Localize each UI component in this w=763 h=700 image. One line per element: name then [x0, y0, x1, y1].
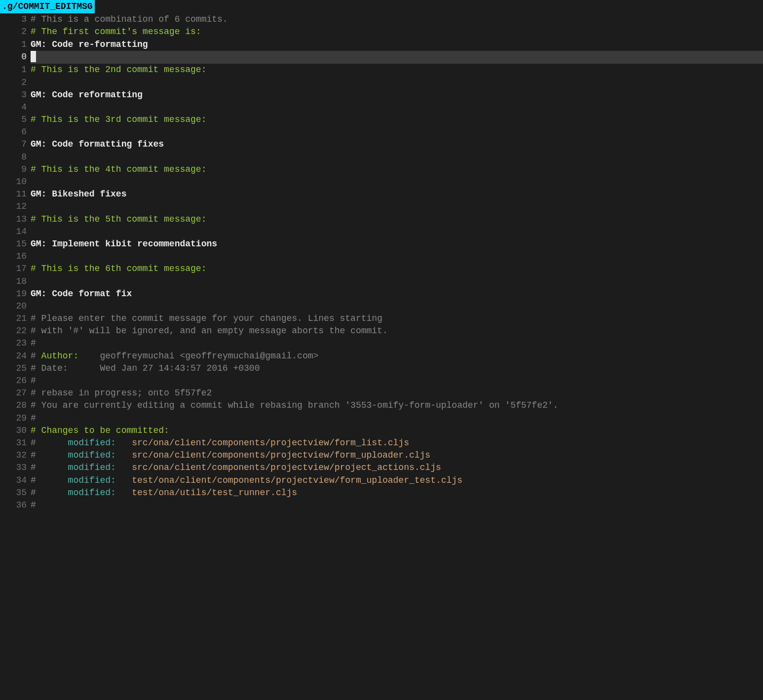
editor-line[interactable]: 20	[0, 300, 763, 312]
editor-line[interactable]: 7GM: Code formatting fixes	[0, 138, 763, 151]
editor-line[interactable]: 32# modified: src/ona/client/components/…	[0, 449, 763, 462]
line-content: # This is the 3rd commit message:	[31, 114, 763, 126]
editor-line[interactable]: 6	[0, 126, 763, 138]
line-number: 16	[0, 250, 31, 263]
line-number: 30	[0, 425, 31, 437]
line-content: # modified: src/ona/client/components/pr…	[31, 449, 763, 462]
editor-area[interactable]: 3# This is a combination of 6 commits.2#…	[0, 13, 763, 511]
line-number: 14	[0, 226, 31, 238]
line-content	[31, 151, 763, 163]
line-number: 0	[0, 51, 31, 64]
line-content	[31, 200, 763, 213]
editor-line[interactable]: 26#	[0, 375, 763, 387]
line-content: # Please enter the commit message for yo…	[31, 312, 763, 325]
editor-line[interactable]: 8	[0, 151, 763, 163]
editor-line[interactable]: 2	[0, 77, 763, 89]
editor-line[interactable]: 10	[0, 176, 763, 188]
editor-line[interactable]: 25# Date: Wed Jan 27 14:43:57 2016 +0300	[0, 362, 763, 375]
editor-line[interactable]: 34# modified: test/ona/client/components…	[0, 474, 763, 487]
line-number: 25	[0, 362, 31, 375]
line-number: 4	[0, 101, 31, 114]
line-content: # This is a combination of 6 commits.	[31, 13, 763, 26]
line-content: #	[31, 499, 763, 511]
line-number: 34	[0, 474, 31, 487]
editor-line[interactable]: 33# modified: src/ona/client/components/…	[0, 462, 763, 474]
editor-line[interactable]: 36#	[0, 499, 763, 511]
editor-line[interactable]: 16	[0, 250, 763, 263]
line-number: 15	[0, 238, 31, 250]
line-number: 6	[0, 126, 31, 138]
editor-line[interactable]: 31# modified: src/ona/client/components/…	[0, 437, 763, 449]
editor-line[interactable]: 28# You are currently editing a commit w…	[0, 399, 763, 412]
line-content: #	[31, 337, 763, 350]
line-number: 35	[0, 487, 31, 499]
line-content	[31, 126, 763, 138]
line-number: 29	[0, 412, 31, 425]
line-content: # Date: Wed Jan 27 14:43:57 2016 +0300	[31, 362, 763, 375]
line-number: 9	[0, 163, 31, 176]
line-number: 32	[0, 449, 31, 462]
line-content: GM: Code formatting fixes	[31, 138, 763, 151]
line-content: # The first commit's message is:	[31, 26, 763, 38]
line-content: # This is the 5th commit message:	[31, 213, 763, 226]
editor-line[interactable]: 1GM: Code re-formatting	[0, 39, 763, 51]
editor-line[interactable]: 2# The first commit's message is:	[0, 26, 763, 38]
editor-line[interactable]: 23#	[0, 337, 763, 350]
editor-line[interactable]: 15GM: Implement kibit recommendations	[0, 238, 763, 250]
line-number: 21	[0, 312, 31, 325]
line-content	[31, 77, 763, 89]
editor-line[interactable]: 5# This is the 3rd commit message:	[0, 114, 763, 126]
line-content: # This is the 4th commit message:	[31, 163, 763, 176]
line-number: 2	[0, 77, 31, 89]
line-content: # modified: test/ona/utils/test_runner.c…	[31, 487, 763, 499]
line-content: #	[31, 375, 763, 387]
line-content: # You are currently editing a commit whi…	[31, 399, 763, 412]
editor-line[interactable]: 21# Please enter the commit message for …	[0, 312, 763, 325]
line-content	[31, 275, 763, 288]
editor-line[interactable]: 4	[0, 101, 763, 114]
editor-line[interactable]: 3GM: Code reformatting	[0, 89, 763, 101]
editor-line[interactable]: 14	[0, 226, 763, 238]
editor-line[interactable]: 18	[0, 275, 763, 288]
line-number: 24	[0, 350, 31, 362]
line-content: GM: Code re-formatting	[31, 39, 763, 51]
editor-line[interactable]: 19GM: Code format fix	[0, 288, 763, 300]
line-number: 10	[0, 176, 31, 188]
line-content: # rebase in progress; onto 5f57fe2	[31, 387, 763, 399]
editor-line[interactable]: 22# with '#' will be ignored, and an emp…	[0, 325, 763, 337]
editor-line[interactable]: 24# Author: geoffreymuchai <geoffreymuch…	[0, 350, 763, 362]
line-number: 27	[0, 387, 31, 399]
line-content	[31, 101, 763, 114]
line-content	[31, 51, 763, 64]
line-number: 1	[0, 64, 31, 76]
editor-line[interactable]: 12	[0, 200, 763, 213]
editor-line[interactable]: 0	[0, 51, 763, 64]
line-content: #	[31, 412, 763, 425]
editor-line[interactable]: 13# This is the 5th commit message:	[0, 213, 763, 226]
line-content	[31, 226, 763, 238]
line-content	[31, 176, 763, 188]
cursor-icon	[31, 51, 36, 62]
line-number: 20	[0, 300, 31, 312]
editor-line[interactable]: 29#	[0, 412, 763, 425]
editor-line[interactable]: 11GM: Bikeshed fixes	[0, 188, 763, 200]
editor-line[interactable]: 35# modified: test/ona/utils/test_runner…	[0, 487, 763, 499]
line-content: # Author: geoffreymuchai <geoffreymuchai…	[31, 350, 763, 362]
line-number: 5	[0, 114, 31, 126]
editor-line[interactable]: 27# rebase in progress; onto 5f57fe2	[0, 387, 763, 399]
line-number: 11	[0, 188, 31, 200]
editor-line[interactable]: 1# This is the 2nd commit message:	[0, 64, 763, 76]
line-content: # modified: src/ona/client/components/pr…	[31, 437, 763, 449]
line-number: 19	[0, 288, 31, 300]
line-number: 3	[0, 13, 31, 26]
line-number: 3	[0, 89, 31, 101]
editor-line[interactable]: 9# This is the 4th commit message:	[0, 163, 763, 176]
line-number: 18	[0, 275, 31, 288]
line-content: # modified: test/ona/client/components/p…	[31, 474, 763, 487]
editor-line[interactable]: 30# Changes to be committed:	[0, 425, 763, 437]
editor-line[interactable]: 17# This is the 6th commit message:	[0, 263, 763, 275]
line-number: 28	[0, 399, 31, 412]
editor-line[interactable]: 3# This is a combination of 6 commits.	[0, 13, 763, 26]
line-number: 13	[0, 213, 31, 226]
line-content: # This is the 2nd commit message:	[31, 64, 763, 76]
